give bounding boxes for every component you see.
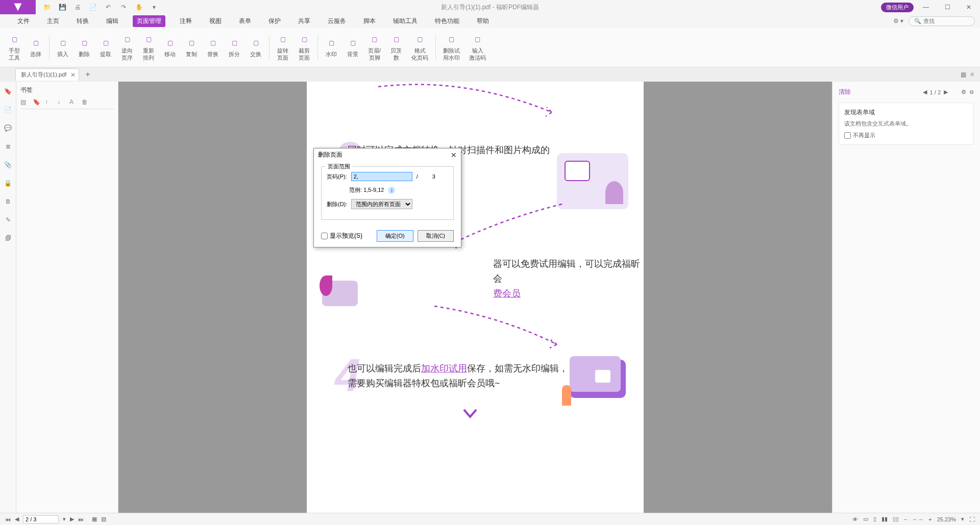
info-icon[interactable]: i (388, 187, 395, 194)
show-preview-label[interactable]: 显示预览(S) (321, 232, 362, 240)
page-label: 页码(P): (327, 173, 347, 181)
page-input[interactable] (351, 172, 412, 181)
cancel-button[interactable]: 取消(C) (418, 230, 454, 242)
show-preview-checkbox[interactable] (321, 233, 328, 239)
dialog-title: 删除页面 (318, 151, 342, 159)
total-pages: 3 (432, 173, 435, 180)
delete-label: 删除(D): (327, 201, 347, 208)
dialog-close-icon[interactable]: ✕ (451, 151, 457, 159)
delete-pages-dialog: 删除页面 ✕ 页面范围 页码(P): / 3 范例: 1,5-9,12 i 删除… (313, 148, 461, 247)
range-group-title: 页面范围 (326, 163, 352, 170)
delete-select[interactable]: 范围内的所有页面 (351, 199, 412, 209)
ok-button[interactable]: 确定(O) (377, 230, 413, 242)
example-text: 范例: 1,5-9,12 (349, 186, 384, 194)
